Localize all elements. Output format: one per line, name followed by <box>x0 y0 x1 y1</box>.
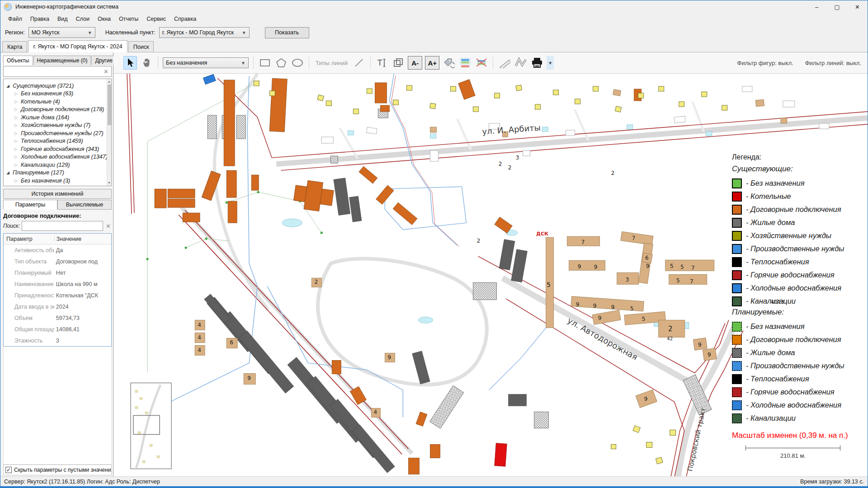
table-row[interactable]: ПланируемыйНет <box>4 267 111 278</box>
tree-collapsed-icon[interactable]: ▷ <box>14 123 21 127</box>
tree-child-item[interactable]: ▷Жилые дома (164) <box>6 113 110 122</box>
document-tab[interactable]: Карта <box>2 41 27 52</box>
building-number: 9 <box>611 304 615 310</box>
tree-scrollbar[interactable]: ▲ ▼ <box>107 79 111 186</box>
objects-panel-tab[interactable]: Неразмещенные (0) <box>33 56 91 65</box>
legend-item-label: - Теплоснабжения <box>746 258 809 266</box>
parameter-search-input[interactable] <box>22 221 103 231</box>
tree-collapsed-icon[interactable]: ▷ <box>14 178 21 183</box>
draw-polygon-tool[interactable] <box>274 56 288 70</box>
tree-collapsed-icon[interactable]: ▷ <box>14 107 21 112</box>
scrollbar-thumb[interactable] <box>108 84 111 125</box>
map-viewport[interactable]: ул. И. Арбитыул. АвтодорожнаяПокровский … <box>113 74 868 476</box>
document-tab[interactable]: г. Якутск - МО Город Якутск - 2024 <box>28 40 127 52</box>
print-tool[interactable] <box>530 56 544 70</box>
tree-collapsed-icon[interactable]: ▷ <box>14 115 21 120</box>
tree-root-item[interactable]: ◢Планируемые (127) <box>6 169 110 177</box>
tree-collapsed-icon[interactable]: ▷ <box>14 99 21 104</box>
tree-child-item[interactable]: ▷Без назначения (3) <box>6 177 110 185</box>
table-row[interactable]: Принадлежность к коКотельная "ДСК <box>4 290 111 301</box>
tree-collapsed-icon[interactable]: ▷ <box>14 139 21 143</box>
tree-collapsed-icon[interactable]: ▷ <box>14 91 21 96</box>
menu-item-Вид[interactable]: Вид <box>53 14 72 24</box>
objects-panel-tab[interactable]: Другие <box>91 56 116 65</box>
menu-item-Окна[interactable]: Окна <box>94 14 115 24</box>
objects-panel-tab[interactable]: Объекты <box>3 56 33 65</box>
table-row[interactable]: Объем59734,73 <box>4 312 111 324</box>
objects-search-input[interactable] <box>5 68 103 75</box>
show-button[interactable]: Показать <box>265 27 309 38</box>
toolbar-overflow-button[interactable]: ▼ <box>547 56 554 70</box>
tree-expanded-icon[interactable]: ◢ <box>6 170 13 175</box>
map-orange-buildings[interactable] <box>155 78 642 474</box>
draw-rectangle-tool[interactable] <box>258 56 272 70</box>
tree-child-item[interactable]: ▷Договорные подключения (178) <box>6 106 110 114</box>
table-row[interactable]: Этажность3 <box>4 335 111 346</box>
draw-ellipse-tool[interactable] <box>291 56 304 70</box>
tree-collapsed-icon[interactable]: ▷ <box>14 155 21 159</box>
tree-child-item[interactable]: ▷Без назначения (63) <box>6 90 110 98</box>
tree-child-item[interactable]: ▷Канализации (129) <box>6 161 110 169</box>
menu-item-Отчеты[interactable]: Отчеты <box>115 14 142 24</box>
building-number: 4 <box>374 409 377 415</box>
tree-collapsed-icon[interactable]: ▷ <box>14 131 21 136</box>
minimize-button[interactable]: – <box>807 0 827 13</box>
tree-root-item[interactable]: ◢Существующие (3721) <box>6 82 110 90</box>
tree-child-item[interactable]: ▷Производственные нужды (27) <box>6 129 110 137</box>
font-larger-button[interactable]: A+ <box>425 56 439 70</box>
tree-expanded-icon[interactable]: ◢ <box>6 84 13 88</box>
tree-collapsed-icon[interactable]: ▷ <box>14 163 21 167</box>
menu-item-Правка[interactable]: Правка <box>26 14 53 24</box>
tree-child-item[interactable]: ▷Теплоснабжения (1459) <box>6 137 110 145</box>
menu-item-Сервис[interactable]: Сервис <box>142 14 170 24</box>
tree-child-item[interactable]: ▷Холодные водоснабжения (1347) <box>6 153 110 161</box>
region-combobox[interactable]: МО Якутск ▼ <box>28 27 95 38</box>
pan-hand-tool[interactable] <box>140 56 153 70</box>
scroll-up-icon[interactable]: ▲ <box>107 79 111 84</box>
menu-item-Справка[interactable]: Справка <box>170 14 200 24</box>
table-row[interactable]: Дата ввода в эксплуат2024 <box>4 301 111 312</box>
map-tan-buildings[interactable] <box>195 89 787 418</box>
map-blue-building[interactable] <box>203 74 216 84</box>
layers-visibility-tool[interactable] <box>458 56 472 70</box>
label-refresh-tool[interactable] <box>442 56 456 70</box>
map-red-building[interactable] <box>495 443 507 467</box>
menu-item-Слои[interactable]: Слои <box>72 14 94 24</box>
measure-ruler-tool[interactable] <box>514 56 528 70</box>
clear-search-icon[interactable]: ✕ <box>105 223 112 230</box>
draw-line-tool[interactable] <box>352 56 366 70</box>
table-row[interactable]: НаименованиеШкола на 990 м <box>4 278 111 290</box>
menu-item-Файл[interactable]: Файл <box>4 14 26 24</box>
legend-item: - Договорные подключения <box>732 203 864 216</box>
maximize-button[interactable]: ▢ <box>827 0 847 13</box>
document-tab[interactable]: Поиск <box>128 41 154 52</box>
scale-changed-message: Масштаб изменен (0,39 м. на п.) <box>732 431 864 443</box>
tree-child-item[interactable]: ▷Котельные (4) <box>6 98 110 106</box>
parameter-tab[interactable]: Вычисляемые <box>57 200 112 210</box>
table-row[interactable]: Активность объектаДа <box>4 244 111 256</box>
tree-collapsed-icon[interactable]: ▷ <box>14 147 21 151</box>
tree-child-item[interactable]: ▷Горячие водоснабжения (343) <box>6 145 110 153</box>
close-button[interactable]: ✕ <box>847 0 868 13</box>
measure-line-tool[interactable] <box>498 56 511 70</box>
duplicate-tool[interactable] <box>392 56 405 70</box>
tree-child-item[interactable]: ▷Хозяйственные нужды (7) <box>6 122 110 130</box>
legend-item-label: - Производственные нужды <box>746 361 844 370</box>
hide-empty-checkbox[interactable]: ✓ <box>5 467 12 473</box>
text-tool[interactable]: T <box>375 56 389 70</box>
layers-clear-tool[interactable] <box>475 56 488 70</box>
clear-search-icon[interactable]: ✕ <box>103 68 109 75</box>
figure-type-combobox[interactable]: Без назначения ▼ <box>163 57 249 68</box>
select-cursor-tool[interactable] <box>123 56 137 70</box>
minimap[interactable] <box>131 383 171 469</box>
figure-type-value: Без назначения <box>166 60 236 66</box>
history-button[interactable]: История изменений <box>3 189 112 199</box>
table-row[interactable]: Общая площадь14086,41 <box>4 324 111 335</box>
parameter-tab[interactable]: Параметры <box>3 200 57 210</box>
table-row[interactable]: Тип объектаДоговорное под <box>4 256 111 267</box>
map-gray-buildings[interactable] <box>204 178 528 473</box>
font-smaller-button[interactable]: A- <box>408 56 422 70</box>
scroll-down-icon[interactable]: ▼ <box>107 180 111 186</box>
tree-child-item[interactable]: ▷Договорные подключения (6) <box>6 185 110 187</box>
settlement-combobox[interactable]: г. Якутск - МО Город Якутск ▼ <box>159 27 250 38</box>
